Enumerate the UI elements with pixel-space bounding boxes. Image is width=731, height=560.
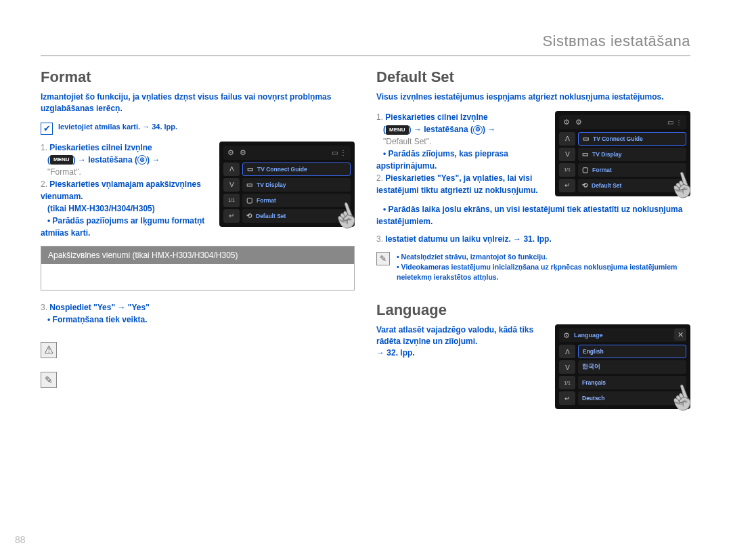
step2-text: Pieskarieties vņlamajam apakšizvņlnes vi… [41,179,201,201]
topbar-left-icons: ⚙ ⚙ [227,148,246,157]
back-button[interactable]: ↵ [223,209,240,223]
format-intro: Izmantojiet šo funkciju, ja vņlaties dzņ… [41,91,355,114]
step1b: Iestatēšana ( [424,125,473,134]
format-precheck-text: Ievietojiet atmiīas karti. → 34. lpp. [58,123,177,131]
down-button[interactable]: ᐯ [559,148,575,161]
step2-only: (tikai HMX-H303/H304/H305) [47,204,155,213]
language-block: Varat atlasēt vajadzēgo valodu, kādā tik… [376,324,690,409]
defaultset-title: Default Set [376,68,690,86]
step1-text: Pieskarieties cilnei Izvņlne [49,143,152,152]
row-tv-connect-guide[interactable]: ▭TV Connect Guide [242,163,351,176]
card-icon: ▢ [246,196,252,204]
row-label: Français [582,379,606,386]
row-label: TV Connect Guide [257,166,307,173]
content-columns: Format Izmantojiet šo funkciju, ja vņlat… [41,68,690,416]
row-label: TV Display [257,181,286,188]
step-number: 3. [376,234,383,244]
reset-icon: ⟲ [246,212,252,219]
screen-topbar: ⚙ ⚙ ▭ ⋮ [559,115,686,129]
step-number: 3. [41,303,47,312]
settings-screen-format: ⚙ ⚙ ▭ ⋮ ᐱ ᐯ 1/1 ↵ ▭TV Connect Guide ▭TV … [219,142,355,227]
globe-icon: ⚙ [563,331,570,340]
gear-icon: ⚙ [473,125,483,135]
up-button[interactable]: ᐱ [223,163,240,176]
format-step3-block: 3. Nospiediet "Yes" → "Yes" • Formatņšan… [41,301,355,326]
row-label: TV Connect Guide [593,135,643,142]
back-button[interactable]: ↵ [559,391,575,405]
defaultset-step2-li: • Parādās laika joslu ekrāns, un visi ie… [376,203,690,228]
format-submenu-panel: Apakšizvвlnes vienumi (tikai HMX-H303/H3… [41,246,355,290]
format-precheck: ✔ Ievietojiet atmiīas karti. → 34. lpp. [41,123,355,135]
gear-icon: ⚙ [137,155,147,165]
gear-icon: ⚙ [575,118,582,127]
up-button[interactable]: ᐱ [559,132,575,146]
format-submenu-header: Apakšizvвlnes vienumi (tikai HMX-H303/H3… [41,246,354,264]
row-label: Format [257,197,276,204]
note-li1: Neatslņdziet strāvu, izmantojot šo funkc… [401,253,548,261]
row-korean[interactable]: 한국어 [578,360,686,374]
close-button[interactable]: ✕ [674,328,686,341]
note-li2: Videokameras iestatējumu inicializņšana … [397,263,677,281]
back-button[interactable]: ↵ [559,179,575,192]
step3-text: Iestatiet datumu un laiku vņlreiz. → 31.… [385,234,551,244]
right-column: Default Set Visus izvņlnes iestatējumus … [376,68,690,416]
defaultset-notes: ✎ • Neatslņdziet strāvu, izmantojot šo f… [376,252,690,283]
language-ref: → 32. lpp. [376,348,415,358]
up-button[interactable]: ᐱ [559,345,575,358]
step1c: ) → [483,125,495,134]
pencil-note-icon: ✎ [41,372,57,388]
row-label: Format [592,167,612,173]
gear-icon: ⚙ [227,148,234,157]
step3-text: Nospiediet "Yes" → "Yes" [49,303,149,312]
screen-topbar: ⚙ ⚙ ▭ ⋮ [223,146,351,160]
step2-li1: Parādās laika joslu ekrāns, un visi iest… [376,204,682,226]
settings-screen-default: ⚙ ⚙ ▭ ⋮ ᐱ ᐯ 1/1 ↵ ▭TV Connect Guide ▭TV … [555,111,690,196]
topbar-right-icons: ▭ ⋮ [332,149,347,156]
step1-li1: Parādās ziīojums, kas pieprasa apstiprin… [376,149,508,171]
defaultset-notes-text: • Neatslņdziet strāvu, izmantojot šo fun… [397,252,690,283]
topbar-left-icons: ⚙ ⚙ [563,118,582,127]
format-steps-block: 1. Pieskarieties cilnei Izvņlne (MENU) →… [41,142,355,239]
screen-header: ⚙ Language [559,328,686,342]
gear-icon: ⚙ [240,148,246,157]
defaultset-steps-text: 1. Pieskarieties cilnei Izvņlne (MENU) →… [376,111,547,196]
step-number: 1. [376,112,383,122]
page-indicator: 1/1 [559,163,575,177]
defaultset-step3-block: 3. Iestatiet datumu un laiku vņlreiz. → … [376,233,690,245]
step2-li1: Parādās paziīojums ar Iķgumu formatņt at… [41,216,204,238]
side-controls: ᐱ ᐯ 1/1 ↵ [223,163,240,223]
step1b: Iestatēšana ( [88,155,137,165]
step-number: 2. [376,173,383,183]
format-title: Format [41,68,355,86]
check-icon: ✔ [41,123,53,135]
row-label: Default Set [256,213,286,219]
screen-header-label: Language [574,332,603,339]
page-header: Sistвmas iestatāšana [41,33,690,56]
row-label: TV Display [592,151,621,158]
display-icon: ▭ [582,150,588,158]
gear-icon: ⚙ [563,118,570,127]
step-number: 1. [41,143,47,152]
side-controls: ᐱ ᐯ 1/1 ↵ [559,345,575,405]
left-column: Format Izmantojiet šo funkciju, ja vņlat… [41,68,355,416]
step2-text: Pieskarieties "Yes", ja vņlaties, lai vi… [376,173,538,195]
format-term: "Format". [47,167,81,177]
page-indicator: 1/1 [223,194,240,207]
row-tv-display[interactable]: ▭TV Display [578,148,686,161]
row-english[interactable]: English [578,345,686,358]
step-number: 2. [41,179,47,189]
language-intro-text: Varat atlasēt vajadzēgo valodu, kādā tik… [376,324,547,358]
row-label: Deutsch [582,395,605,402]
down-button[interactable]: ᐯ [559,360,575,374]
defaultset-steps-block: 1. Pieskarieties cilnei Izvņlne (MENU) →… [376,111,690,196]
step3-li1: Formatņšana tiek veikta. [53,315,148,324]
language-screen: ⚙ Language ✕ ᐱ ᐯ 1/1 ↵ English 한국어 Franç… [555,324,690,409]
row-tv-connect-guide[interactable]: ▭TV Connect Guide [578,132,686,146]
row-tv-display[interactable]: ▭TV Display [242,178,351,192]
side-controls: ᐱ ᐯ 1/1 ↵ [559,132,575,192]
page-header-title: Sistвmas iestatāšana [542,33,690,49]
defaultset-intro: Visus izvņlnes iestatējumus iespņjams at… [376,91,690,103]
topbar-right-icons: ▭ ⋮ [667,119,682,126]
row-label: 한국어 [582,363,600,371]
down-button[interactable]: ᐯ [223,178,240,192]
